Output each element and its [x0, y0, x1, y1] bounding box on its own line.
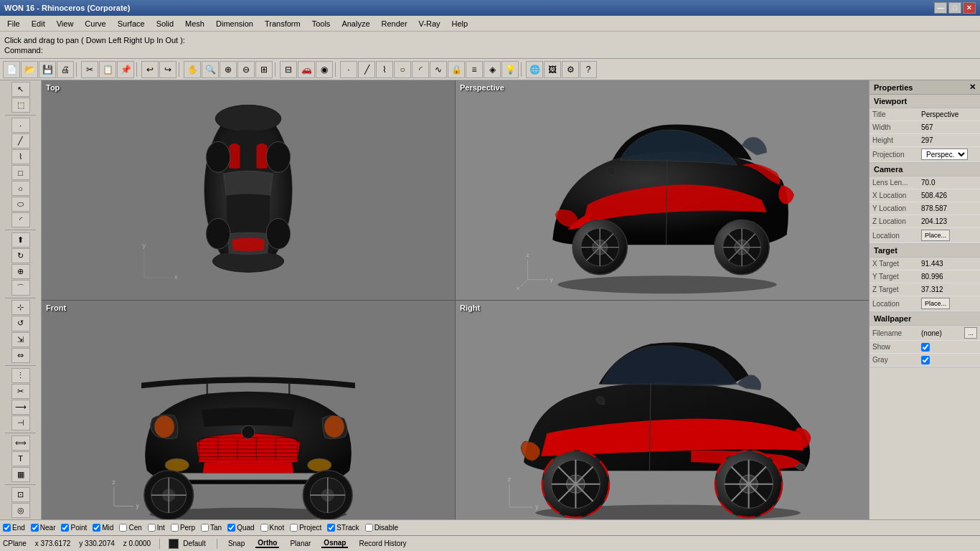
settings-button[interactable]: ⚙ — [562, 61, 579, 78]
copy-button[interactable]: 📋 — [99, 61, 116, 78]
redo-button[interactable]: ↪ — [159, 61, 176, 78]
snap-near[interactable]: Near — [31, 524, 56, 532]
menu-render[interactable]: Render — [376, 18, 413, 29]
window-controls[interactable]: — □ ✕ — [934, 2, 976, 14]
rotate-tool[interactable]: ↺ — [11, 316, 30, 331]
zoom-extents-button[interactable]: ⊞ — [255, 61, 273, 78]
menu-edit[interactable]: Edit — [26, 18, 51, 29]
line-button[interactable]: ╱ — [358, 61, 375, 78]
ellipse-tool[interactable]: ⬭ — [11, 197, 30, 212]
snap-project[interactable]: Project — [290, 524, 321, 532]
shading-button[interactable]: ◉ — [316, 61, 333, 78]
menu-tools[interactable]: Tools — [306, 18, 336, 29]
projection-dropdown[interactable]: Perspec... Parallel — [921, 149, 968, 160]
menu-solid[interactable]: Solid — [151, 18, 179, 29]
undo-button[interactable]: ↩ — [141, 61, 159, 78]
end-checkbox[interactable] — [3, 524, 11, 532]
menu-transform[interactable]: Transform — [259, 18, 306, 29]
menu-dimension[interactable]: Dimension — [210, 18, 259, 29]
menu-analyze[interactable]: Analyze — [336, 18, 375, 29]
mesh-tool[interactable]: ⋮ — [11, 368, 30, 383]
snap-perp[interactable]: Perp — [171, 524, 195, 532]
save-button[interactable]: 💾 — [39, 61, 56, 78]
snap-quad[interactable]: Quad — [227, 524, 254, 532]
project-checkbox[interactable] — [290, 524, 298, 532]
perp-checkbox[interactable] — [171, 524, 179, 532]
fillet-tool[interactable]: ⌒ — [11, 280, 30, 295]
polyline-tool[interactable]: ⌇ — [11, 149, 30, 164]
gray-checkbox[interactable] — [921, 356, 930, 364]
render-preview-button[interactable]: 🚗 — [298, 61, 315, 78]
tan-checkbox[interactable] — [201, 524, 209, 532]
camera-place-button[interactable]: Place... — [921, 230, 950, 241]
viewport-front[interactable]: Front — [42, 301, 455, 520]
maximize-button[interactable]: □ — [948, 2, 961, 14]
split-tool[interactable]: ⊣ — [11, 415, 30, 430]
strack-checkbox[interactable] — [327, 524, 335, 532]
text-tool[interactable]: T — [11, 451, 30, 466]
mid-checkbox[interactable] — [93, 524, 100, 532]
extend-tool[interactable]: ⟶ — [11, 400, 30, 415]
menu-curve[interactable]: Curve — [79, 18, 111, 29]
snap-toggle[interactable]: Snap — [226, 540, 247, 547]
cut-button[interactable]: ✂ — [81, 61, 98, 78]
new-button[interactable]: 📄 — [3, 61, 20, 78]
snap-tool[interactable]: ⊡ — [11, 487, 30, 502]
snap-int[interactable]: Int — [148, 524, 165, 532]
scale-tool[interactable]: ⇲ — [11, 332, 30, 347]
select-tool[interactable]: ↖ — [11, 82, 30, 97]
snap-cen[interactable]: Cen — [119, 524, 141, 532]
polyline-button[interactable]: ⌇ — [376, 61, 393, 78]
snap-strack[interactable]: STrack — [327, 524, 359, 532]
zoom-out-button[interactable]: ⊖ — [237, 61, 255, 78]
circle-button[interactable]: ○ — [394, 61, 411, 78]
snap-knot[interactable]: Knot — [260, 524, 285, 532]
osnap-tool[interactable]: ◎ — [11, 503, 30, 518]
hatch-tool[interactable]: ▦ — [11, 467, 30, 482]
menu-view[interactable]: View — [51, 18, 80, 29]
point-tool[interactable]: · — [11, 118, 30, 133]
cen-checkbox[interactable] — [119, 524, 127, 532]
snap-point[interactable]: Point — [61, 524, 87, 532]
render-button[interactable]: 🖼 — [544, 61, 561, 78]
display-button[interactable]: 🌐 — [526, 61, 543, 78]
viewport-perspective[interactable]: Perspective — [456, 80, 869, 300]
curve-button[interactable]: ∿ — [430, 61, 447, 78]
snap-disable[interactable]: Disable — [365, 524, 398, 532]
viewport-layout-button[interactable]: ⊟ — [280, 61, 297, 78]
planar-toggle[interactable]: Planar — [288, 540, 313, 547]
menu-mesh[interactable]: Mesh — [179, 18, 210, 29]
command-prompt[interactable]: Command: — [3, 45, 977, 55]
point-button[interactable]: · — [340, 61, 357, 78]
zoom-in-button[interactable]: ⊕ — [220, 61, 237, 78]
layer-button[interactable]: ≡ — [466, 61, 483, 78]
trim-tool[interactable]: ✂ — [11, 384, 30, 399]
int-checkbox[interactable] — [148, 524, 156, 532]
close-button[interactable]: ✕ — [963, 2, 976, 14]
box-tool[interactable]: □ — [11, 165, 30, 180]
menu-file[interactable]: File — [1, 18, 26, 29]
pan-button[interactable]: ✋ — [184, 61, 201, 78]
snap-end[interactable]: End — [3, 524, 25, 532]
print-button[interactable]: 🖨 — [57, 61, 74, 78]
show-checkbox[interactable] — [921, 343, 930, 352]
ortho-toggle[interactable]: Ortho — [255, 539, 279, 548]
open-button[interactable]: 📂 — [21, 61, 38, 78]
point-checkbox[interactable] — [61, 524, 69, 532]
line-tool[interactable]: ╱ — [11, 133, 30, 149]
lights-button[interactable]: 💡 — [501, 61, 519, 78]
arc-tool[interactable]: ◜ — [11, 212, 30, 227]
arc-button[interactable]: ◜ — [412, 61, 429, 78]
record-history-toggle[interactable]: Record History — [357, 540, 408, 547]
paste-button[interactable]: 📌 — [117, 61, 134, 78]
quad-checkbox[interactable] — [227, 524, 235, 532]
material-label[interactable]: Default — [181, 540, 208, 547]
near-checkbox[interactable] — [31, 524, 39, 532]
circle-tool[interactable]: ○ — [11, 181, 30, 196]
menu-vray[interactable]: V-Ray — [413, 18, 446, 29]
knot-checkbox[interactable] — [260, 524, 268, 532]
zoom-button[interactable]: 🔍 — [202, 61, 219, 78]
viewport-top[interactable]: Top — [42, 80, 455, 300]
dimension-tool[interactable]: ⟺ — [11, 435, 30, 451]
mirror-tool[interactable]: ⇔ — [11, 348, 30, 363]
